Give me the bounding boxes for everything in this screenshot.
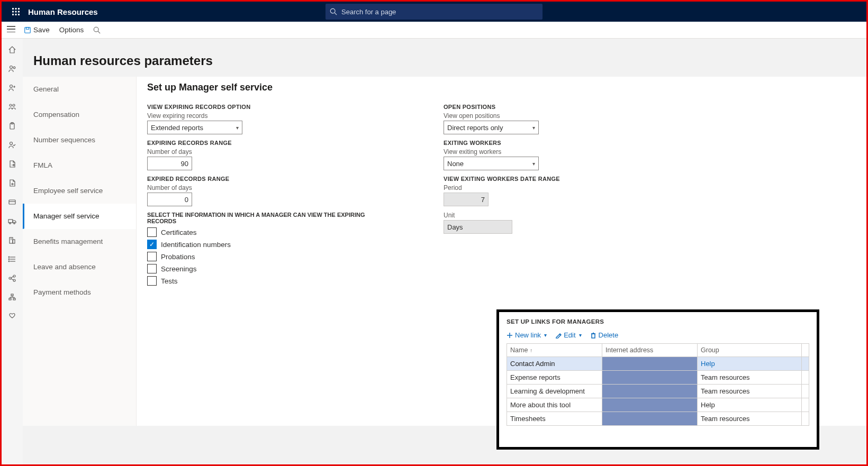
chk-test[interactable] <box>147 276 157 286</box>
col-name[interactable]: Name↑ <box>507 344 602 357</box>
unit-input[interactable]: Days <box>444 220 512 234</box>
main-panel: General Compensation Number sequences FM… <box>23 77 866 426</box>
cell-addr[interactable] <box>602 371 698 385</box>
chk-scr[interactable] <box>147 264 157 273</box>
actionbar-search[interactable] <box>93 26 101 34</box>
cell-name[interactable]: Learning & development <box>507 385 602 398</box>
svg-point-27 <box>14 223 15 224</box>
open-pos-dropdown[interactable]: Direct reports only ▾ <box>444 121 539 134</box>
form-body: Set up Manager self service VIEW EXPIRIN… <box>137 77 866 426</box>
table-row[interactable]: Contact Admin Help <box>507 357 809 371</box>
view-expiring-value: Extended reports <box>151 124 203 132</box>
cell-spacer <box>802 398 809 412</box>
new-link-button[interactable]: New link ▾ <box>507 331 547 339</box>
view-expiring-dropdown[interactable]: Extended reports ▾ <box>147 121 242 134</box>
nav-toggle[interactable] <box>7 26 16 33</box>
document-out-icon[interactable] <box>7 159 17 169</box>
table-row[interactable]: Learning & development Team resources <box>507 385 809 398</box>
share-icon[interactable] <box>7 273 17 283</box>
cell-addr[interactable] <box>602 398 698 412</box>
svg-point-18 <box>10 104 12 106</box>
tab-leave[interactable]: Leave and absence <box>23 254 136 280</box>
expired-days-value: 0 <box>185 196 188 204</box>
table-row[interactable]: Timesheets Team resources <box>507 412 809 426</box>
unit-label: Unit <box>444 212 666 219</box>
global-search[interactable]: Search for a page <box>326 4 542 20</box>
building-icon[interactable] <box>7 235 17 245</box>
col-spacer <box>802 344 809 357</box>
tab-number-sequences[interactable]: Number sequences <box>23 127 136 153</box>
svg-line-14 <box>98 31 101 33</box>
tab-mss[interactable]: Manager self service <box>23 204 136 229</box>
edit-button[interactable]: Edit ▾ <box>555 331 581 339</box>
person-add-icon[interactable] <box>7 83 17 93</box>
group-icon[interactable] <box>7 102 17 112</box>
chk-cert[interactable] <box>147 227 157 237</box>
chk-test-label: Tests <box>161 277 178 285</box>
home-icon[interactable] <box>7 45 17 54</box>
chk-idnum[interactable] <box>147 240 157 249</box>
tab-compensation[interactable]: Compensation <box>23 102 136 127</box>
svg-line-42 <box>11 279 14 280</box>
table-row[interactable]: More about this tool Help <box>507 398 809 412</box>
cell-name[interactable]: Contact Admin <box>507 357 602 371</box>
cell-name[interactable]: Expense reports <box>507 371 602 385</box>
clipboard-icon[interactable] <box>7 121 17 131</box>
cell-group[interactable]: Team resources <box>698 371 802 385</box>
svg-rect-44 <box>9 298 11 300</box>
svg-rect-11 <box>25 27 31 33</box>
exiting-dropdown[interactable]: None ▾ <box>444 157 539 170</box>
group-exiting-range-title: VIEW EXITING WORKERS DATE RANGE <box>444 176 666 182</box>
heart-tag-icon[interactable] <box>7 312 17 321</box>
org-icon[interactable] <box>7 293 17 302</box>
delete-button[interactable]: Delete <box>590 331 619 339</box>
cell-addr[interactable] <box>602 412 698 426</box>
waffle-icon[interactable] <box>6 2 26 22</box>
person-check-icon[interactable] <box>7 140 17 150</box>
period-input[interactable]: 7 <box>444 193 489 206</box>
form-heading: Set up Manager self service <box>147 82 856 93</box>
cell-name[interactable]: Timesheets <box>507 412 602 426</box>
list-icon[interactable] <box>7 254 17 264</box>
expired-days-label: Number of days <box>147 184 369 191</box>
card-icon[interactable] <box>7 197 17 207</box>
tab-benefits[interactable]: Benefits management <box>23 229 136 254</box>
cell-addr[interactable] <box>602 357 698 371</box>
tab-fmla[interactable]: FMLA <box>23 153 136 178</box>
tab-general[interactable]: General <box>23 77 136 102</box>
edit-label: Edit <box>564 331 575 339</box>
search-icon <box>330 8 337 15</box>
table-row[interactable]: Expense reports Team resources <box>507 371 809 385</box>
chevron-down-icon: ▾ <box>579 332 582 338</box>
cell-name[interactable]: More about this tool <box>507 398 602 412</box>
expired-days-input[interactable]: 0 <box>147 193 192 206</box>
chk-scr-label: Screenings <box>161 265 197 273</box>
truck-icon[interactable] <box>7 216 17 226</box>
action-bar: Save Options <box>2 22 866 39</box>
chk-prob[interactable] <box>147 252 157 261</box>
cell-group[interactable]: Help <box>698 357 802 371</box>
cell-addr[interactable] <box>602 385 698 398</box>
save-button[interactable]: Save <box>24 26 50 34</box>
cell-group[interactable]: Team resources <box>698 412 802 426</box>
tab-ess[interactable]: Employee self service <box>23 178 136 204</box>
col-group[interactable]: Group <box>698 344 802 357</box>
svg-line-41 <box>11 277 14 278</box>
options-button[interactable]: Options <box>59 26 84 34</box>
expiring-days-value: 90 <box>181 160 188 168</box>
svg-rect-7 <box>15 14 17 15</box>
col-addr[interactable]: Internet address <box>602 344 698 357</box>
people-icon[interactable] <box>7 64 17 74</box>
tab-payment[interactable]: Payment methods <box>23 280 136 305</box>
svg-line-10 <box>334 13 337 15</box>
expiring-days-input[interactable]: 90 <box>147 157 192 170</box>
page-title: Human resources parameters <box>23 39 866 77</box>
document-in-icon[interactable] <box>7 178 17 188</box>
search-icon <box>93 26 101 34</box>
svg-rect-8 <box>18 14 20 15</box>
cell-group[interactable]: Help <box>698 398 802 412</box>
cell-group[interactable]: Team resources <box>698 385 802 398</box>
chk-idnum-label: Identification numbers <box>161 241 231 249</box>
svg-rect-25 <box>8 220 13 223</box>
chevron-down-icon: ▾ <box>236 125 239 131</box>
